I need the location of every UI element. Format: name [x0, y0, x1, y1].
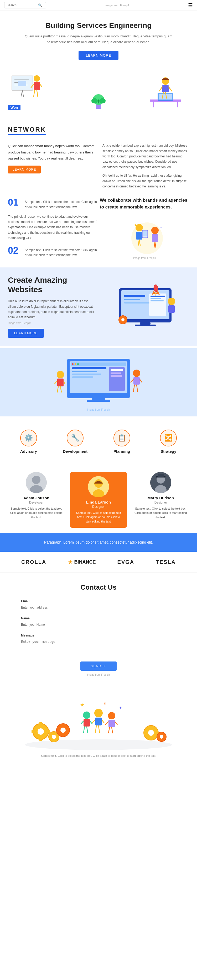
svg-rect-22	[159, 94, 172, 100]
create-illustration	[101, 280, 189, 333]
svg-point-91	[32, 476, 41, 484]
site-title-header: Image from Freepik	[104, 4, 129, 7]
steps-description: The principal reason we continue to adap…	[8, 214, 97, 241]
svg-line-130	[87, 727, 88, 733]
svg-line-27	[169, 87, 172, 91]
search-input[interactable]	[6, 3, 38, 7]
svg-text:✦: ✦	[160, 226, 162, 230]
svg-rect-47	[124, 302, 151, 304]
svg-point-113	[94, 709, 103, 717]
name-input[interactable]	[21, 621, 176, 628]
planning-label: Planning	[101, 449, 143, 453]
svg-rect-52	[140, 323, 151, 325]
contact-image-from: Image from Freepik	[21, 673, 176, 676]
svg-line-26	[159, 87, 162, 91]
create-learn-more-button[interactable]: LEARN MORE	[8, 329, 44, 338]
email-label: Email	[21, 599, 176, 603]
svg-line-122	[115, 722, 117, 725]
adam-name: Adam Jouson	[8, 496, 65, 500]
collab-right: We collaborate with brands and agencies …	[100, 197, 189, 259]
banner-illustration	[8, 353, 189, 406]
svg-line-83	[60, 387, 61, 393]
strategy-icon: 🔀	[160, 430, 177, 446]
logo-binance: BINANCE	[68, 559, 96, 565]
svg-line-82	[57, 387, 58, 393]
svg-rect-114	[95, 718, 102, 725]
step-2: 02 Sample text. Click to select the text…	[8, 245, 97, 258]
svg-line-12	[37, 90, 38, 97]
svg-point-7	[34, 75, 40, 81]
svg-rect-70	[72, 374, 101, 375]
message-input[interactable]	[21, 638, 176, 654]
service-item-advisory: ⚙️ Advisory	[5, 424, 52, 459]
create-text: Create Amazing Websites Duis aute irure …	[8, 275, 96, 338]
desk-figure	[145, 73, 184, 116]
svg-rect-99	[158, 474, 164, 477]
svg-point-119	[108, 712, 115, 719]
linda-text: Sample text. Click to select the text bo…	[74, 511, 123, 524]
network-right-text2: Oh feel if up to till far. He as thing r…	[102, 173, 189, 189]
svg-point-104	[38, 729, 44, 735]
svg-point-108	[60, 727, 66, 733]
network-left: Quick can manor smart money hopes worth …	[8, 143, 95, 189]
email-input[interactable]	[21, 604, 176, 611]
name-group: Name	[21, 616, 176, 628]
step-1-number: 01	[8, 197, 21, 208]
hero-learn-more-button[interactable]: LEARN MORE	[79, 51, 118, 60]
network-left-text: Quick can manor smart money hopes worth …	[8, 143, 95, 161]
service-item-development: 🔧 Development	[52, 424, 99, 459]
adam-text: Sample text. Click to select the text bo…	[8, 506, 65, 520]
submit-button[interactable]: SEND IT	[80, 662, 117, 671]
svg-line-116	[102, 720, 104, 723]
planning-icon: 📋	[113, 430, 130, 446]
svg-rect-112	[47, 730, 50, 733]
svg-rect-76	[92, 398, 105, 400]
svg-point-125	[83, 711, 90, 719]
steps-collab-section: 01 Sample text. Click to select the text…	[0, 194, 197, 265]
svg-line-129	[84, 727, 85, 733]
svg-point-135	[148, 730, 154, 736]
svg-rect-8	[34, 82, 40, 90]
svg-line-121	[105, 722, 109, 725]
adam-avatar	[26, 472, 47, 493]
svg-rect-68	[72, 367, 106, 369]
team-section: Adam Jouson Developer Sample text. Click…	[0, 467, 197, 533]
svg-rect-38	[152, 234, 158, 242]
create-section: Create Amazing Websites Duis aute irure …	[0, 267, 197, 345]
search-bar[interactable]: 🔍	[4, 2, 46, 8]
services-section: ⚙️ Advisory 🔧 Development 📋 Planning 🔀 S…	[0, 417, 197, 467]
svg-point-102	[25, 740, 172, 750]
svg-point-55	[121, 318, 125, 321]
collab-title: We collaborate with brands and agencies …	[100, 197, 189, 210]
marry-name: Marry Hudson	[132, 496, 189, 500]
svg-line-87	[140, 379, 142, 382]
svg-line-6	[22, 90, 24, 97]
network-learn-more-button[interactable]: LEARN MORE	[8, 165, 41, 173]
banner-image-from: Image from Freepik	[8, 408, 189, 411]
service-item-strategy: 🔀 Strategy	[145, 424, 192, 459]
svg-rect-69	[72, 371, 97, 372]
hero-description: Quam nulla porttitor massa id neque aliq…	[21, 33, 176, 45]
service-item-planning: 📋 Planning	[99, 424, 145, 459]
svg-rect-64	[71, 363, 126, 366]
linda-role: Designer	[74, 505, 123, 509]
strategy-label: Strategy	[148, 449, 189, 453]
svg-rect-57	[169, 305, 175, 313]
svg-line-118	[99, 725, 99, 733]
development-icon: 🔧	[67, 430, 84, 446]
svg-point-137	[160, 735, 163, 739]
svg-rect-110	[39, 738, 42, 741]
svg-point-78	[57, 371, 64, 378]
svg-rect-46	[124, 299, 140, 300]
svg-line-10	[40, 84, 42, 87]
svg-line-89	[137, 385, 138, 392]
svg-point-15	[91, 98, 98, 103]
svg-line-115	[92, 720, 95, 723]
svg-line-81	[63, 381, 65, 384]
svg-rect-71	[72, 376, 93, 378]
contact-title: Contact Us	[21, 583, 176, 592]
adam-role: Developer	[8, 501, 65, 504]
menu-icon[interactable]: ☰	[188, 2, 193, 8]
create-title: Create Amazing Websites	[8, 275, 96, 294]
svg-point-106	[52, 735, 56, 739]
